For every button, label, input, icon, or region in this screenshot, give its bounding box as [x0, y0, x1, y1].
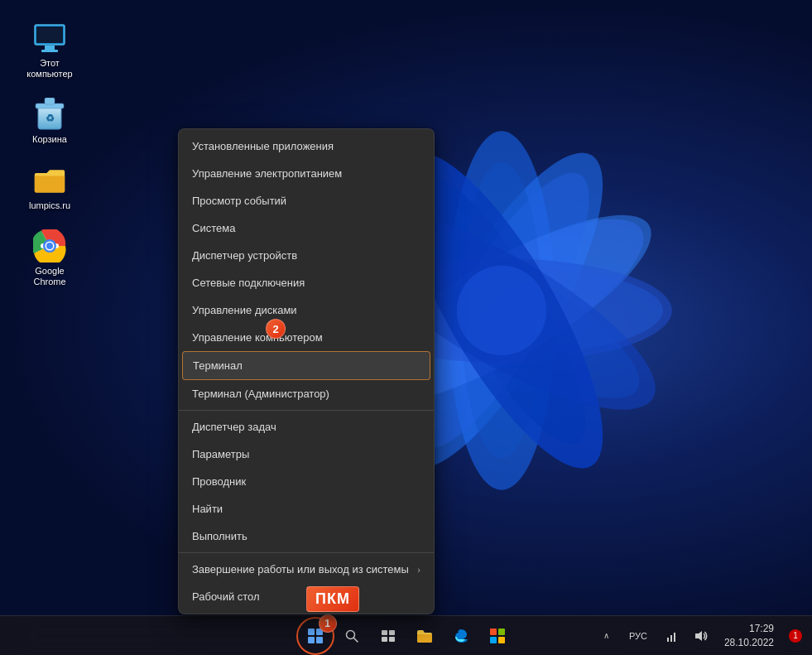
- volume-icon: [694, 629, 708, 643]
- menu-item-shutdown[interactable]: Завершение работы или выход из системы ›: [179, 556, 434, 583]
- desktop-icon-recycle-bin[interactable]: ♻ Корзина: [17, 93, 83, 150]
- svg-rect-32: [382, 637, 387, 642]
- menu-item-task-manager[interactable]: Диспетчер задач: [179, 413, 434, 441]
- svg-rect-34: [490, 629, 497, 635]
- time-label: 17:29: [724, 622, 774, 636]
- google-chrome-icon: [33, 229, 66, 262]
- svg-rect-30: [382, 630, 387, 635]
- this-computer-icon: [33, 22, 66, 55]
- svg-text:♻: ♻: [46, 113, 55, 124]
- svg-point-13: [457, 266, 546, 355]
- taskview-icon: [381, 629, 396, 643]
- taskbar: 1: [0, 615, 812, 655]
- svg-rect-16: [45, 46, 55, 50]
- svg-line-29: [353, 638, 358, 642]
- notification-count-badge: 1: [789, 629, 802, 643]
- notifications-button[interactable]: 1: [786, 619, 805, 653]
- menu-item-network-connections[interactable]: Сетевые подключения: [179, 269, 434, 296]
- desktop: Этот компьютер ♻ Корзина: [0, 0, 812, 655]
- start-button[interactable]: 1: [299, 619, 332, 653]
- svg-rect-40: [674, 633, 675, 642]
- taskbar-edge-button[interactable]: [444, 619, 478, 653]
- svg-point-27: [46, 243, 53, 249]
- step-1-badge: 1: [319, 614, 337, 633]
- menu-item-disk-management[interactable]: Управление дисками: [179, 296, 434, 324]
- svg-rect-36: [490, 637, 497, 643]
- menu-item-power-management[interactable]: Управление электропитанием: [179, 160, 434, 187]
- taskbar-store-button[interactable]: [481, 619, 514, 653]
- windows-logo-icon: [308, 629, 323, 643]
- tray-volume-button[interactable]: [689, 619, 713, 653]
- menu-item-settings[interactable]: Параметры: [179, 441, 434, 468]
- menu-item-terminal-admin[interactable]: Терминал (Администратор): [179, 380, 434, 407]
- menu-separator-1: [179, 410, 434, 411]
- tray-language-button[interactable]: РУС: [623, 619, 653, 653]
- svg-rect-38: [667, 638, 669, 642]
- svg-rect-17: [41, 50, 58, 52]
- menu-item-device-manager[interactable]: Диспетчер устройств: [179, 242, 434, 269]
- shutdown-arrow-icon: ›: [417, 565, 420, 575]
- clock-display[interactable]: 17:29 28.10.2022: [719, 620, 779, 652]
- language-label: РУС: [629, 631, 647, 641]
- taskbar-search-button[interactable]: [335, 619, 368, 653]
- network-icon: [665, 629, 678, 643]
- svg-rect-31: [389, 630, 395, 635]
- desktop-icon-this-computer[interactable]: Этот компьютер: [17, 17, 83, 84]
- menu-item-terminal[interactable]: Терминал: [182, 351, 430, 380]
- context-menu: Установленные приложения Управление элек…: [178, 128, 435, 614]
- svg-rect-20: [45, 98, 55, 104]
- menu-item-system[interactable]: Система: [179, 214, 434, 242]
- svg-rect-37: [498, 637, 505, 643]
- taskbar-tray: ∧ РУС: [597, 619, 805, 653]
- explorer-icon: [416, 629, 433, 643]
- menu-item-run[interactable]: Выполнить: [179, 523, 434, 550]
- menu-item-find[interactable]: Найти: [179, 495, 434, 523]
- search-icon: [345, 629, 358, 643]
- google-chrome-label: Google Chrome: [22, 266, 78, 287]
- menu-separator-2: [179, 552, 434, 553]
- recycle-bin-label: Корзина: [32, 134, 67, 145]
- step-2-badge: 2: [266, 319, 286, 339]
- this-computer-label: Этот компьютер: [22, 58, 78, 79]
- folder-lumpics-label: lumpics.ru: [29, 200, 70, 211]
- desktop-icon-folder-lumpics[interactable]: lumpics.ru: [17, 159, 83, 216]
- edge-icon: [453, 628, 469, 644]
- tray-network-button[interactable]: [660, 619, 683, 653]
- taskbar-explorer-button[interactable]: [408, 619, 441, 653]
- svg-rect-35: [498, 629, 505, 635]
- svg-rect-15: [36, 26, 63, 43]
- menu-item-explorer[interactable]: Проводник: [179, 468, 434, 495]
- desktop-icon-google-chrome[interactable]: Google Chrome: [17, 224, 83, 292]
- date-label: 28.10.2022: [724, 636, 774, 650]
- svg-rect-33: [389, 637, 395, 642]
- menu-item-computer-management[interactable]: Управление компьютером: [179, 324, 434, 351]
- svg-rect-39: [670, 635, 672, 642]
- menu-item-event-viewer[interactable]: Просмотр событий: [179, 187, 434, 214]
- menu-item-installed-apps[interactable]: Установленные приложения: [179, 132, 434, 160]
- chevron-up-icon: ∧: [603, 631, 609, 640]
- recycle-bin-icon: ♻: [33, 98, 66, 131]
- tray-overflow-button[interactable]: ∧: [597, 623, 617, 649]
- pkm-label: ПКМ: [306, 586, 359, 612]
- desktop-icons-area: Этот компьютер ♻ Корзина: [17, 17, 83, 292]
- taskbar-taskview-button[interactable]: [372, 619, 405, 653]
- store-icon: [489, 628, 506, 644]
- folder-lumpics-icon: [33, 164, 66, 197]
